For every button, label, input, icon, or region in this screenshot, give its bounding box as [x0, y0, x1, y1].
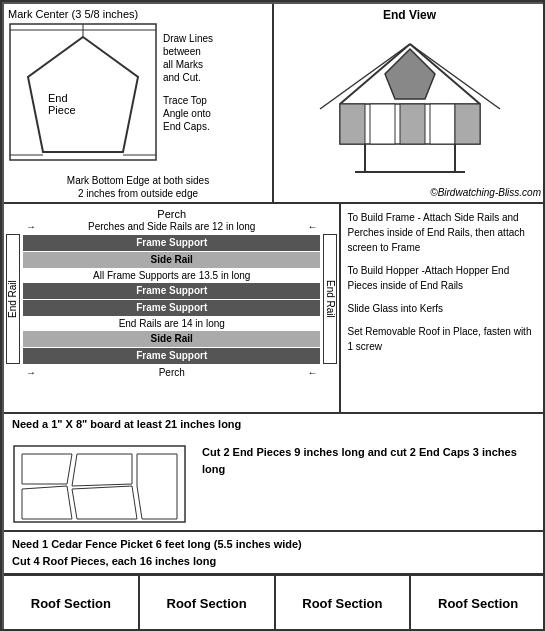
end-rail-right: End Rail: [323, 234, 337, 364]
svg-marker-25: [72, 486, 137, 519]
svg-rect-16: [430, 104, 455, 144]
svg-rect-15: [400, 104, 425, 144]
end-piece-diagram: [8, 22, 158, 162]
perch-rail-text: Perches and Side Rails are 12 in long: [88, 221, 255, 232]
end-piece-label: EndPiece: [48, 92, 76, 116]
all-supports-text: All Frame Supports are 13.5 in long: [23, 270, 320, 281]
svg-rect-17: [455, 104, 480, 144]
svg-rect-13: [340, 104, 365, 144]
instruction-1: To Build Frame - Attach Side Rails and P…: [347, 210, 539, 255]
instruction-2: To Build Hopper -Attach Hopper End Piece…: [347, 263, 539, 293]
side-rail-bar-2: Side Rail: [23, 331, 320, 347]
end-view-title: End View: [278, 8, 541, 22]
bottom-mark-text: Mark Bottom Edge at both sides 2 inches …: [8, 174, 268, 200]
right-arrow-bottom: ←: [307, 367, 317, 378]
perch-top-label: Perch: [6, 208, 337, 220]
copyright-text: ©Birdwatching-Bliss.com: [430, 187, 541, 198]
svg-marker-24: [22, 486, 72, 519]
svg-marker-1: [28, 37, 138, 152]
right-arrow: ←: [307, 221, 317, 232]
roof-section-1: Roof Section: [4, 576, 140, 631]
svg-rect-14: [370, 104, 395, 144]
end-rail-left: End Rail: [6, 234, 20, 364]
frame-support-bar-3: Frame Support: [23, 300, 320, 316]
board-info-text: Need a 1" X 8" board at least 21 inches …: [12, 418, 537, 430]
board-diagram: [12, 444, 192, 526]
roof-section-3: Roof Section: [276, 576, 412, 631]
mark-center-title: Mark Center (3 5/8 inches): [8, 8, 268, 20]
perch-bottom-label: Perch: [159, 367, 185, 378]
board-shape-svg: [12, 444, 187, 524]
roof-section-4: Roof Section: [411, 576, 545, 631]
end-view-diagram: [280, 24, 540, 179]
end-rails-text: End Rails are 14 in long: [23, 318, 320, 329]
svg-marker-23: [72, 454, 132, 486]
left-arrow: →: [26, 221, 36, 232]
cut-text: Cut 2 End Pieces 9 inches long and cut 2…: [202, 444, 537, 477]
roof-section-2: Roof Section: [140, 576, 276, 631]
svg-marker-22: [22, 454, 72, 484]
instruction-4: Set Removable Roof in Place, fasten with…: [347, 324, 539, 354]
left-arrow-bottom: →: [26, 367, 36, 378]
draw-lines-text: Draw Linesbetweenall Marksand Cut.: [163, 32, 213, 84]
svg-marker-26: [137, 454, 177, 519]
fence-info: Need 1 Cedar Fence Picket 6 feet long (5…: [4, 532, 545, 575]
instruction-3: Slide Glass into Kerfs: [347, 301, 539, 316]
frame-support-bar-4: Frame Support: [23, 348, 320, 364]
side-rail-bar-1: Side Rail: [23, 252, 320, 268]
trace-text: Trace TopAngle ontoEnd Caps.: [163, 94, 211, 133]
frame-support-bar-2: Frame Support: [23, 283, 320, 299]
frame-support-bar-1: Frame Support: [23, 235, 320, 251]
